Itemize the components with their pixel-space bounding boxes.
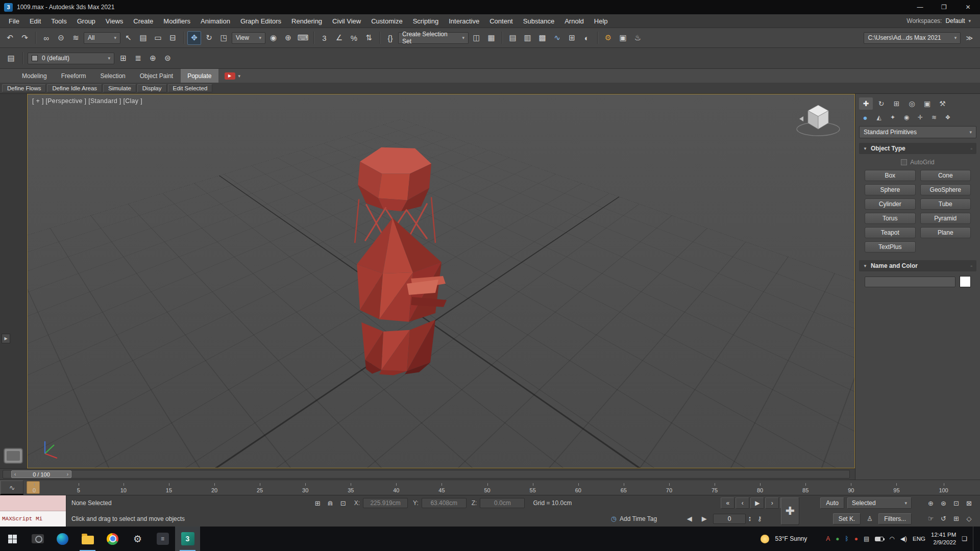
mirror-icon[interactable]: ◫ [470, 31, 483, 45]
track-bar-tick[interactable]: 100 [939, 487, 948, 493]
selection-region-icon[interactable]: ▭ [151, 31, 165, 45]
settings-app-icon[interactable]: ⚙ [125, 527, 150, 551]
lights-category-icon[interactable]: ✦ [887, 112, 899, 123]
camera-app-icon[interactable] [25, 527, 50, 551]
create-tab-icon[interactable]: ✚ [859, 97, 873, 110]
utilities-tab-icon[interactable]: ⚒ [936, 97, 949, 110]
snaps-toggle-icon[interactable]: 3 [317, 31, 331, 45]
simulate-button[interactable]: Simulate [103, 84, 136, 92]
viewport-layout-tab[interactable] [4, 448, 23, 464]
absolute-mode-icon[interactable]: ⊡ [337, 498, 349, 508]
weather-sun-icon[interactable] [761, 535, 769, 543]
tray-app-a-icon[interactable]: A [826, 535, 830, 542]
populate-flyout-icon[interactable]: ▶ [225, 72, 235, 80]
track-bar-tick[interactable]: 20 [211, 487, 217, 493]
track-bar-tick[interactable]: 15 [166, 487, 172, 493]
previous-key-icon[interactable]: ◀ [683, 514, 695, 524]
cameras-category-icon[interactable]: ◉ [900, 112, 913, 123]
rollout-pin-icon[interactable]: ▫ [970, 263, 972, 269]
align-icon[interactable]: ▦ [484, 31, 498, 45]
select-and-move-icon[interactable]: ✥ [187, 31, 201, 45]
motion-tab-icon[interactable]: ◎ [905, 97, 919, 110]
transform-gizmo-toggle-icon[interactable]: ⊞ [312, 498, 324, 508]
sphere-button[interactable]: Sphere [865, 184, 916, 195]
view-cube[interactable] [789, 98, 845, 144]
track-bar-tick[interactable]: 60 [575, 487, 581, 493]
curve-editor-icon[interactable]: ∿ [550, 31, 564, 45]
menu-tools[interactable]: Tools [46, 17, 71, 25]
close-button[interactable]: ✕ [956, 0, 980, 14]
z-coordinate-field[interactable]: 0.0cm [480, 498, 525, 508]
expand-panel-icon[interactable]: ▶ [2, 334, 10, 343]
perspective-viewport[interactable]: [ + ] [Perspective ] [Standard ] [Clay ] [27, 94, 855, 468]
select-and-rotate-icon[interactable]: ↻ [202, 31, 216, 45]
workspaces-dropdown[interactable]: Workspaces: Default ▾ [906, 17, 976, 24]
track-bar-tick[interactable]: 30 [302, 487, 308, 493]
file-explorer-icon[interactable] [75, 527, 100, 551]
track-bar-tick[interactable]: 85 [802, 487, 808, 493]
cylinder-button[interactable]: Cylinder [865, 198, 916, 210]
next-key-icon[interactable]: ▶ [698, 514, 710, 524]
go-to-start-button[interactable]: « [721, 497, 734, 509]
geometry-category-icon[interactable]: ● [859, 112, 871, 123]
weather-widget[interactable]: 53°F Sunny [775, 535, 807, 542]
zoom-all-icon[interactable]: ⊛ [938, 498, 949, 508]
undo-icon[interactable]: ↶ [3, 31, 17, 45]
orbit-icon[interactable]: ↺ [938, 514, 949, 524]
track-bar-tick[interactable]: 75 [712, 487, 718, 493]
show-desktop-button[interactable] [973, 527, 976, 551]
pyramid-button[interactable]: Pyramid [920, 213, 971, 224]
menu-customize[interactable]: Customize [366, 17, 407, 25]
selection-set-dropdown[interactable]: Create Selection Set▾ [398, 32, 469, 44]
rollout-pin-icon[interactable]: ▫ [970, 146, 972, 152]
render-production-icon[interactable]: ♨ [631, 31, 645, 45]
layer-properties-icon[interactable]: ≣ [131, 52, 145, 65]
antivirus-shield-icon[interactable]: ● [836, 535, 839, 542]
autogrid-checkbox[interactable] [901, 159, 907, 165]
zoom-icon[interactable]: ⊕ [925, 498, 937, 508]
macro-recorder-line[interactable] [0, 495, 66, 511]
frame-forward-icon[interactable]: › [67, 471, 68, 477]
named-selection-sets-icon[interactable]: {} [383, 31, 397, 45]
display-button[interactable]: Display [137, 84, 167, 92]
next-frame-button[interactable]: › [765, 497, 779, 509]
menu-help[interactable]: Help [590, 17, 612, 25]
tab-selection[interactable]: Selection [93, 69, 132, 83]
teapot-button[interactable]: Teapot [865, 227, 916, 238]
track-bar-tick[interactable]: 35 [348, 487, 354, 493]
language-indicator[interactable]: ENG [913, 536, 925, 542]
mini-curve-editor-icon[interactable]: ∿ [0, 480, 23, 495]
rendered-frame-icon[interactable]: ▣ [616, 31, 630, 45]
toolbar-overflow-icon[interactable]: ≫ [962, 34, 977, 42]
project-folder-dropdown[interactable]: C:\Users\Ad...ds Max 2021▾ [864, 32, 961, 44]
menu-scripting[interactable]: Scripting [408, 17, 444, 25]
object-color-swatch[interactable] [960, 276, 971, 287]
track-bar-tick[interactable]: 10 [120, 487, 127, 493]
menu-file[interactable]: File [4, 17, 24, 25]
field-of-view-icon[interactable]: ◇ [963, 514, 975, 524]
taskbar-clock[interactable]: 12:41 PM 2/9/2022 [931, 531, 956, 546]
edge-browser-icon[interactable] [50, 527, 75, 551]
menu-create[interactable]: Create [129, 17, 158, 25]
set-keys-button[interactable]: ✚ [781, 497, 799, 525]
chevron-down-icon[interactable]: ▾ [238, 73, 241, 79]
create-layer-icon[interactable]: ⊞ [116, 52, 130, 65]
angle-snap-icon[interactable]: ∠ [332, 31, 346, 45]
bind-to-spacewarp-icon[interactable]: ≋ [69, 31, 83, 45]
scene-explorer-toggle-icon[interactable]: ▤ [4, 52, 18, 65]
track-bar-tick[interactable]: 70 [666, 487, 672, 493]
track-bar-tick[interactable]: 5 [76, 487, 81, 493]
track-bar-tick[interactable]: 0 [32, 487, 37, 493]
walkthrough-icon[interactable]: ♙ [864, 514, 875, 524]
add-time-tag[interactable]: Add Time Tag [620, 515, 657, 522]
zoom-extents-all-icon[interactable]: ⊠ [963, 498, 975, 508]
geosphere-button[interactable]: GeoSphere [920, 184, 971, 195]
material-editor-icon[interactable]: ◐ [580, 31, 594, 45]
menu-content[interactable]: Content [485, 17, 518, 25]
time-slider-track[interactable]: ‹ 0 / 100 › [3, 470, 850, 479]
start-button[interactable] [0, 527, 25, 551]
set-key-button[interactable]: Set K. [833, 513, 861, 524]
ribbon-toggle-icon[interactable]: ▩ [535, 31, 549, 45]
spinner-snap-icon[interactable]: ⇅ [362, 31, 376, 45]
frame-back-icon[interactable]: ‹ [14, 471, 16, 477]
